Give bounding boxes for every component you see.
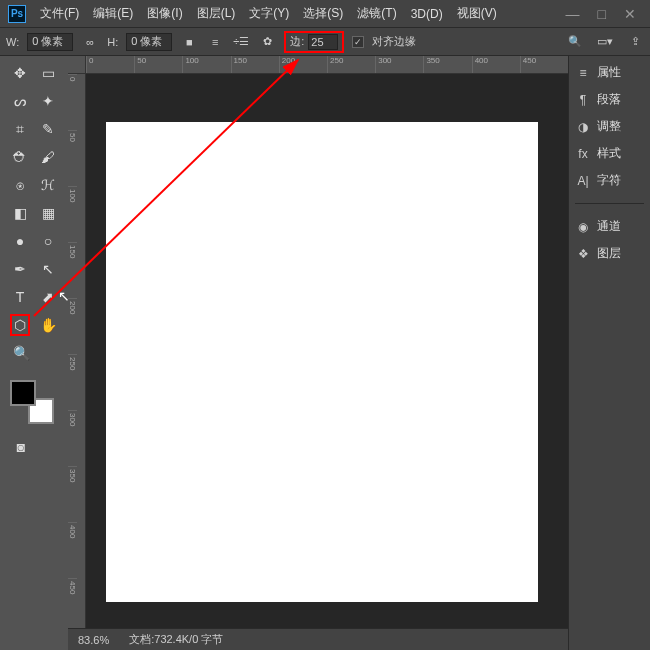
- ruler-vertical: 050100150200250300350400450: [68, 74, 86, 650]
- status-bar: 83.6% 文档:732.4K/0 字节: [68, 628, 568, 650]
- gear-icon[interactable]: ✿: [258, 33, 276, 51]
- blur-tool[interactable]: ●: [10, 230, 30, 252]
- menu-layer[interactable]: 图层(L): [197, 5, 236, 22]
- paragraph-icon: ¶: [575, 92, 591, 108]
- menu-view[interactable]: 视图(V): [457, 5, 497, 22]
- link-icon[interactable]: ∞: [81, 33, 99, 51]
- ps-logo: Ps: [8, 5, 26, 23]
- properties-icon: ≡: [575, 65, 591, 81]
- share-icon[interactable]: ⇪: [626, 33, 644, 51]
- width-label: W:: [6, 36, 19, 48]
- menu-filter[interactable]: 滤镜(T): [357, 5, 396, 22]
- menu-select[interactable]: 选择(S): [303, 5, 343, 22]
- titlebar: Ps 文件(F) 编辑(E) 图像(I) 图层(L) 文字(Y) 选择(S) 滤…: [0, 0, 650, 28]
- style-icon: fx: [575, 146, 591, 162]
- menu-type[interactable]: 文字(Y): [249, 5, 289, 22]
- character-icon: A|: [575, 173, 591, 189]
- quickmask-tool[interactable]: ◙: [10, 436, 32, 458]
- menu-image[interactable]: 图像(I): [147, 5, 182, 22]
- workspace-icon[interactable]: ▭▾: [596, 33, 614, 51]
- wand-tool[interactable]: ✦: [38, 90, 58, 112]
- history-brush-tool[interactable]: ℋ: [38, 174, 58, 196]
- panel-properties[interactable]: ≡属性: [575, 64, 644, 81]
- panels-dock: ≡属性 ¶段落 ◑调整 fx样式 A|字符 ◉通道 ❖图层: [568, 56, 650, 650]
- panel-style[interactable]: fx样式: [575, 145, 644, 162]
- search-icon[interactable]: 🔍: [566, 33, 584, 51]
- doc-info: 文档:732.4K/0 字节: [129, 632, 223, 647]
- zoom-tool[interactable]: 🔍: [10, 342, 32, 364]
- dodge-tool[interactable]: ○: [38, 230, 58, 252]
- distribute-icon[interactable]: ÷☰: [232, 33, 250, 51]
- menu-3d[interactable]: 3D(D): [411, 7, 443, 21]
- gradient-tool[interactable]: ▦: [38, 202, 58, 224]
- panel-layer[interactable]: ❖图层: [575, 245, 644, 262]
- polygon-tool[interactable]: ⬡: [10, 314, 30, 336]
- stamp-tool[interactable]: ⍟: [10, 174, 30, 196]
- sides-input[interactable]: [308, 34, 338, 50]
- align-edges-checkbox[interactable]: ✓: [352, 36, 364, 48]
- brush-tool[interactable]: 🖌: [38, 146, 58, 168]
- align-icon[interactable]: ≡: [206, 33, 224, 51]
- move-tool[interactable]: ✥: [10, 62, 30, 84]
- channel-icon: ◉: [575, 219, 591, 235]
- workarea: 050100150200250300350400450 050100150200…: [68, 56, 568, 650]
- crop-tool[interactable]: ⌗: [10, 118, 30, 140]
- pen-tool[interactable]: ✒: [10, 258, 30, 280]
- width-input[interactable]: [27, 33, 73, 51]
- height-label: H:: [107, 36, 118, 48]
- ruler-corner: [68, 56, 86, 74]
- adjust-icon: ◑: [575, 119, 591, 135]
- panel-adjust[interactable]: ◑调整: [575, 118, 644, 135]
- marquee-tool[interactable]: ▭: [38, 62, 58, 84]
- height-input[interactable]: [126, 33, 172, 51]
- toolbox: ✥▭ ᔕ✦ ⌗✎ ⛑🖌 ⍟ℋ ◧▦ ●○ ✒↖ T⬈ ⬡✋ 🔍 ◙: [0, 56, 68, 650]
- options-bar: W: ∞ H: ■ ≡ ÷☰ ✿ 边: ✓ 对齐边缘 🔍 ▭▾ ⇪: [0, 28, 650, 56]
- zoom-level[interactable]: 83.6%: [78, 634, 109, 646]
- eraser-tool[interactable]: ◧: [10, 202, 30, 224]
- heal-tool[interactable]: ⛑: [10, 146, 30, 168]
- type-tool[interactable]: T: [10, 286, 30, 308]
- layer-icon: ❖: [575, 246, 591, 262]
- color-swatches[interactable]: [10, 380, 54, 424]
- minimize-button[interactable]: —: [566, 6, 580, 22]
- panel-channel[interactable]: ◉通道: [575, 218, 644, 235]
- panel-paragraph[interactable]: ¶段落: [575, 91, 644, 108]
- ruler-horizontal: 050100150200250300350400450: [86, 56, 568, 74]
- eyedropper-tool[interactable]: ✎: [38, 118, 58, 140]
- hand-tool[interactable]: ✋: [38, 314, 58, 336]
- path-tool[interactable]: ↖: [38, 258, 58, 280]
- maximize-button[interactable]: □: [598, 6, 606, 22]
- fill-icon[interactable]: ■: [180, 33, 198, 51]
- panel-character[interactable]: A|字符: [575, 172, 644, 189]
- sides-label: 边:: [290, 34, 304, 49]
- menu-edit[interactable]: 编辑(E): [93, 5, 133, 22]
- menu-file[interactable]: 文件(F): [40, 5, 79, 22]
- canvas[interactable]: [106, 122, 538, 602]
- close-button[interactable]: ✕: [624, 6, 636, 22]
- align-edges-label: 对齐边缘: [372, 34, 416, 49]
- direct-select-tool[interactable]: ⬈: [38, 286, 58, 308]
- foreground-swatch[interactable]: [10, 380, 36, 406]
- sides-input-group: 边:: [284, 31, 344, 53]
- lasso-tool[interactable]: ᔕ: [10, 90, 30, 112]
